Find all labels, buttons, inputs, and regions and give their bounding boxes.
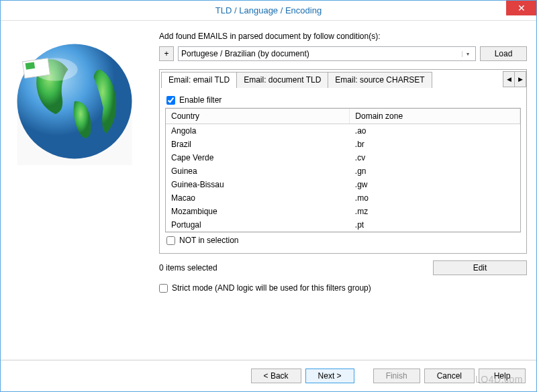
table-row[interactable]: Guinea.gn	[166, 164, 520, 178]
cell-zone: .gw	[350, 178, 520, 191]
cell-country: Brazil	[166, 138, 350, 151]
edit-button[interactable]: Edit	[433, 260, 527, 275]
svg-rect-4	[26, 62, 35, 69]
table-row[interactable]: Brazil.br	[166, 138, 520, 151]
cell-country: Portugal	[166, 218, 350, 232]
content-area: Add found EMAILS in parsed document by f…	[1, 21, 536, 363]
status-row: 0 items selected Edit	[159, 260, 527, 275]
globe-icon	[7, 34, 142, 168]
table-header-row: Country Domain zone	[166, 109, 520, 124]
not-in-selection-checkbox[interactable]	[166, 236, 175, 245]
table-row[interactable]: Guinea-Bissau.gw	[166, 178, 520, 191]
tab-scroll-arrows: ◀ ▶	[503, 71, 526, 87]
tab-source-charset[interactable]: Email: source CHARSET	[328, 72, 432, 88]
strict-mode-checkbox[interactable]	[159, 284, 168, 293]
main-panel: Add found EMAILS in parsed document by f…	[148, 28, 527, 363]
tab-email-tld[interactable]: Email: email TLD	[161, 72, 237, 88]
cell-country: Angola	[166, 124, 350, 138]
not-in-selection-label: NOT in selection	[179, 236, 238, 245]
cell-zone: .cv	[350, 151, 520, 164]
tabs-header: Email: email TLD Email: document TLD Ema…	[159, 69, 527, 87]
condition-row: + Portugese / Brazilian (by document) ▾ …	[159, 46, 527, 61]
close-button[interactable]: ✕	[506, 1, 536, 15]
table-row[interactable]: Angola.ao	[166, 124, 520, 138]
tab-document-tld[interactable]: Email: document TLD	[236, 72, 328, 88]
cell-zone: .pt	[350, 218, 520, 232]
items-selected-text: 0 items selected	[159, 263, 217, 273]
cancel-button[interactable]: Cancel	[424, 369, 475, 383]
domain-table: Country Domain zone Angola.aoBrazil.brCa…	[166, 109, 520, 232]
cell-zone: .ao	[350, 124, 520, 138]
next-button[interactable]: Next >	[305, 369, 354, 383]
back-button[interactable]: < Back	[251, 369, 301, 383]
intro-text: Add found EMAILS in parsed document by f…	[159, 32, 527, 41]
enable-filter-label: Enable filter	[179, 95, 222, 105]
table-row[interactable]: Portugal.pt	[166, 218, 520, 232]
tab-scroll-right-button[interactable]: ▶	[514, 71, 526, 87]
window-title: TLD / Language / Encoding	[215, 5, 322, 15]
cell-country: Guinea	[166, 164, 350, 178]
dropdown-selected: Portugese / Brazilian (by document)	[181, 49, 309, 58]
cell-country: Macao	[166, 191, 350, 205]
cell-country: Cape Verde	[166, 151, 350, 164]
domain-table-container: Country Domain zone Angola.aoBrazil.brCa…	[165, 108, 521, 232]
language-dropdown[interactable]: Portugese / Brazilian (by document) ▾	[178, 46, 476, 61]
cell-zone: .gn	[350, 164, 520, 178]
help-button[interactable]: Help	[479, 369, 526, 383]
header-country[interactable]: Country	[166, 109, 350, 124]
sidebar	[7, 28, 148, 363]
titlebar: TLD / Language / Encoding ✕	[1, 1, 536, 21]
table-row[interactable]: Macao.mo	[166, 191, 520, 205]
tab-scroll-left-button[interactable]: ◀	[503, 71, 515, 87]
finish-button[interactable]: Finish	[373, 369, 420, 383]
table-row[interactable]: Mozambique.mz	[166, 205, 520, 218]
load-button[interactable]: Load	[480, 46, 527, 61]
wizard-window: TLD / Language / Encoding ✕	[0, 0, 537, 392]
tabs-container: Email: email TLD Email: document TLD Ema…	[159, 69, 527, 254]
header-zone[interactable]: Domain zone	[350, 109, 520, 124]
enable-filter-row: Enable filter	[165, 93, 521, 108]
enable-filter-checkbox[interactable]	[166, 96, 175, 105]
strict-mode-label: Strict mode (AND logic will be used for …	[172, 283, 371, 293]
tab-body: Enable filter Country Domain zone	[159, 87, 527, 254]
strict-mode-row: Strict mode (AND logic will be used for …	[159, 283, 527, 293]
not-in-selection-row: NOT in selection	[165, 232, 521, 248]
cell-zone: .mo	[350, 191, 520, 205]
add-condition-button[interactable]: +	[159, 46, 174, 61]
footer-buttons: < Back Next > Finish Cancel Help	[1, 360, 536, 391]
cell-zone: .br	[350, 138, 520, 151]
cell-country: Mozambique	[166, 205, 350, 218]
table-row[interactable]: Cape Verde.cv	[166, 151, 520, 164]
cell-country: Guinea-Bissau	[166, 178, 350, 191]
chevron-down-icon: ▾	[462, 51, 473, 57]
cell-zone: .mz	[350, 205, 520, 218]
